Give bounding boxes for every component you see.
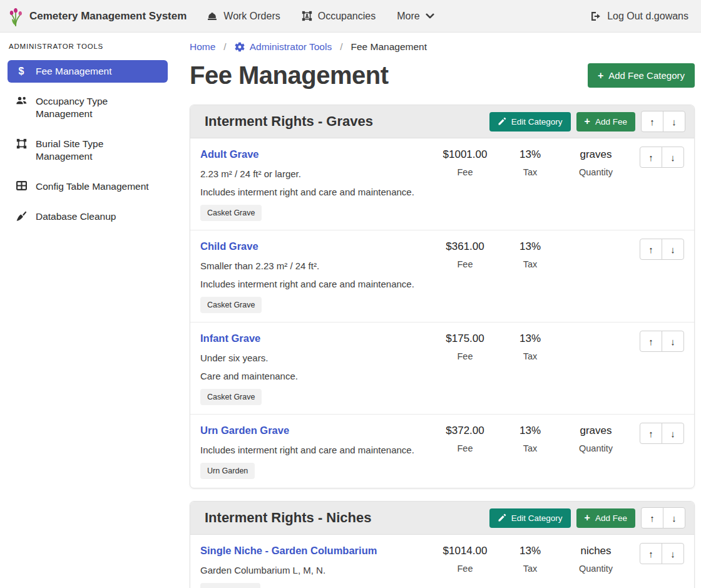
logout-link[interactable]: Log Out d.gowans (590, 11, 688, 22)
sidebar-item-fee-management[interactable]: $ Fee Management (8, 60, 168, 83)
edit-category-button[interactable]: Edit Category (489, 112, 571, 132)
fee-column-label: Fee (431, 259, 499, 269)
move-category-down-button[interactable]: ↓ (663, 111, 685, 132)
plus-icon: + (598, 71, 603, 80)
fee-row: Infant Grave Under six years.Care and ma… (190, 322, 694, 414)
fee-description: Care and maintenance. (200, 370, 426, 382)
sidebar-item-burial-site-type-management[interactable]: Burial Site Type Management (8, 133, 168, 168)
fee-type-badge: Casket Grave (200, 389, 262, 405)
page-title: Fee Management (190, 61, 389, 90)
breadcrumb-separator: / (340, 41, 342, 53)
fee-name-link[interactable]: Urn Garden Grave (200, 423, 289, 438)
move-fee-down-button[interactable]: ↓ (662, 331, 684, 352)
move-fee-down-button[interactable]: ↓ (662, 147, 684, 168)
move-fee-up-button[interactable]: ↑ (640, 543, 662, 564)
fee-column-label: Fee (431, 167, 499, 177)
fee-amount: $361.00 (431, 239, 499, 254)
category-header: Interment Rights - Graves Edit Category … (190, 105, 694, 138)
fee-category-card: Interment Rights - Niches Edit Category … (190, 501, 695, 588)
quantity-column-label: Quantity (561, 443, 631, 453)
hard-hat-icon (207, 11, 218, 21)
move-fee-up-button[interactable]: ↑ (640, 239, 662, 260)
breadcrumb-item-fee-management: Fee Management (351, 41, 427, 53)
tax-percent: 13% (499, 147, 561, 162)
add-fee-button[interactable]: + Add Fee (576, 112, 635, 132)
fee-amount: $372.00 (431, 423, 499, 438)
fee-name-link[interactable]: Adult Grave (200, 147, 259, 162)
plus-icon: + (585, 117, 590, 126)
sidebar-item-occupancy-type-management[interactable]: Occupancy Type Management (8, 90, 168, 125)
category-title: Interment Rights - Niches (199, 510, 371, 526)
fee-name-link[interactable]: Single Niche - Garden Columbarium (200, 543, 377, 558)
move-category-up-button[interactable]: ↑ (641, 111, 663, 132)
edit-category-button[interactable]: Edit Category (489, 508, 571, 528)
quantity-column-label: Quantity (561, 564, 631, 574)
fee-amount: $1001.00 (431, 147, 499, 162)
gear-icon (235, 42, 245, 52)
fee-row: Single Niche - Garden Columbarium Garden… (190, 535, 694, 588)
move-fee-down-button[interactable]: ↓ (662, 543, 684, 564)
breadcrumb-item-administrator-tools[interactable]: Administrator Tools (235, 41, 332, 53)
vector-square-icon (15, 138, 28, 149)
fee-row: Child Grave Smaller than 2.23 m² / 24 ft… (190, 230, 694, 322)
fee-type-badge: Columbarium (200, 583, 260, 588)
fee-category-card: Interment Rights - Graves Edit Category … (190, 105, 695, 488)
fee-categories: Interment Rights - Graves Edit Category … (190, 105, 695, 588)
tax-percent: 13% (499, 239, 561, 254)
fee-column-label: Fee (431, 443, 499, 453)
tax-column-label: Tax (499, 351, 561, 361)
tulips-icon (8, 6, 24, 27)
breadcrumb-item-home[interactable]: Home (190, 41, 215, 53)
fee-name-link[interactable]: Infant Grave (200, 331, 260, 346)
main-nav: Work Orders Occupancies More (207, 11, 434, 22)
fee-description: Includes interment right and care and ma… (200, 278, 426, 290)
fee-description: Smaller than 2.23 m² / 24 ft². (200, 260, 426, 272)
fee-row: Urn Garden Grave Includes interment righ… (190, 414, 694, 488)
sidebar: ADMINISTRATOR TOOLS $ Fee Management Occ… (0, 33, 175, 588)
tax-percent: 13% (499, 423, 561, 438)
brand[interactable]: Cemetery Management System (8, 6, 187, 27)
fee-type-badge: Urn Garden (200, 463, 255, 479)
pencil-icon (498, 513, 506, 522)
add-fee-category-button[interactable]: + Add Fee Category (588, 63, 695, 88)
move-category-down-button[interactable]: ↓ (663, 507, 685, 529)
quantity-unit: graves (561, 423, 631, 438)
tax-percent: 13% (499, 331, 561, 346)
sidebar-heading: ADMINISTRATOR TOOLS (9, 43, 166, 50)
nav-item-occupancies[interactable]: Occupancies (302, 11, 376, 22)
sidebar-item-config-table-management[interactable]: Config Table Management (8, 175, 168, 198)
plus-icon: + (585, 513, 590, 522)
main-content: Home/Administrator Tools/Fee Management … (175, 33, 701, 588)
move-fee-down-button[interactable]: ↓ (662, 423, 684, 444)
add-fee-button[interactable]: + Add Fee (576, 508, 635, 528)
fee-description: Under six years. (200, 352, 426, 364)
sidebar-item-database-cleanup[interactable]: Database Cleanup (8, 205, 168, 228)
move-fee-up-button[interactable]: ↑ (640, 331, 662, 352)
quantity-column-label: Quantity (561, 167, 631, 177)
tax-column-label: Tax (499, 259, 561, 269)
quantity-unit: graves (561, 147, 631, 162)
nav-item-more[interactable]: More (397, 11, 434, 22)
fee-amount: $175.00 (431, 331, 499, 346)
fee-column-label: Fee (431, 351, 499, 361)
tax-column-label: Tax (499, 564, 561, 574)
fee-row: Adult Grave 2.23 m² / 24 ft² or larger.I… (190, 138, 694, 230)
fee-type-badge: Casket Grave (200, 205, 262, 221)
fee-column-label: Fee (431, 564, 499, 574)
fee-name-link[interactable]: Child Grave (200, 239, 258, 254)
add-fee-category-label: Add Fee Category (608, 70, 685, 81)
page-header: Fee Management + Add Fee Category (190, 61, 695, 90)
quantity-unit: niches (561, 544, 631, 559)
fee-description: Garden Columbarium L, M, N. (200, 564, 426, 576)
occupancy-frame-icon (302, 11, 312, 21)
category-header: Interment Rights - Niches Edit Category … (190, 502, 694, 535)
fee-type-badge: Casket Grave (200, 297, 262, 313)
nav-item-work-orders[interactable]: Work Orders (207, 11, 280, 22)
broom-icon (15, 211, 28, 222)
move-fee-up-button[interactable]: ↑ (640, 423, 662, 444)
move-category-up-button[interactable]: ↑ (641, 507, 663, 529)
move-fee-up-button[interactable]: ↑ (640, 147, 662, 168)
fee-description: Includes interment right and care and ma… (200, 444, 426, 456)
move-fee-down-button[interactable]: ↓ (662, 239, 684, 260)
users-icon (15, 96, 28, 105)
